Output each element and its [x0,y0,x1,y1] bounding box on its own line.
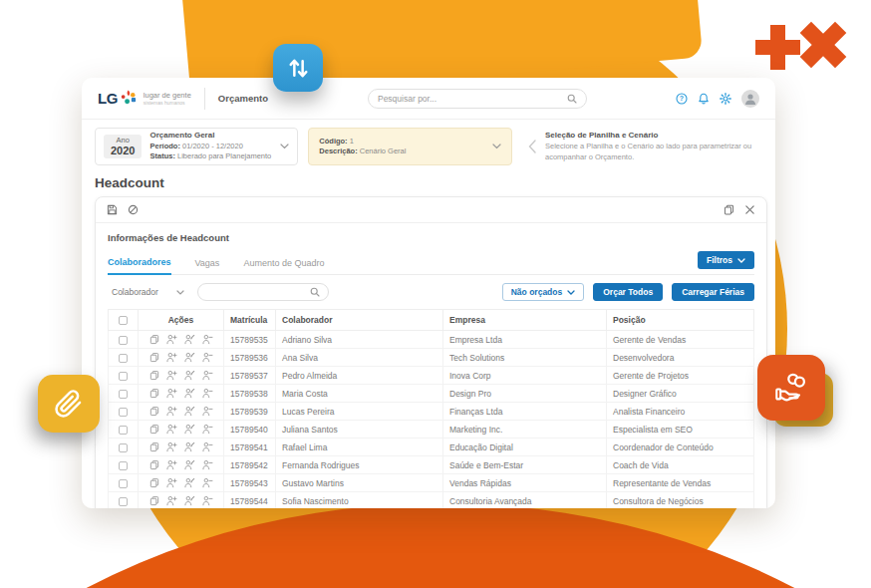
scenario-selector[interactable]: Código: 1 Descrição: Cenário Geral [308,128,512,165]
remove-person-icon[interactable] [202,388,213,399]
add-person-icon[interactable] [166,477,177,488]
remove-person-icon[interactable] [202,424,213,435]
add-person-icon[interactable] [166,352,177,363]
table-row: 15789541 Rafael Lima Educação Digital Co… [109,439,754,456]
row-checkbox[interactable] [119,354,128,363]
filters-button[interactable]: Filtros [698,251,754,269]
remove-person-icon[interactable] [202,406,213,417]
edit-person-icon[interactable] [184,477,195,488]
budget-selector[interactable]: Ano 2020 Orçamento Geral Período: 01/202… [95,128,298,165]
edit-person-icon[interactable] [184,459,195,470]
edit-person-icon[interactable] [184,441,195,452]
row-checkbox[interactable] [119,336,128,345]
cell-matricula: 15789540 [224,421,276,439]
row-checkbox[interactable] [119,390,128,399]
user-avatar[interactable] [741,90,759,108]
selection-help-title: Seleção de Planilha e Cenário [545,131,762,140]
block-icon[interactable] [128,204,139,215]
row-checkbox[interactable] [119,443,128,452]
global-search-input[interactable] [378,94,567,104]
col-acoes: Ações [139,310,224,331]
edit-person-icon[interactable] [184,352,195,363]
copy-row-icon[interactable] [149,441,159,452]
header-divider [204,88,205,110]
bell-icon[interactable] [698,93,710,105]
remove-person-icon[interactable] [202,370,213,381]
nao-orcados-button[interactable]: Não orçados [502,283,585,301]
remove-person-icon[interactable] [202,477,213,488]
add-person-icon[interactable] [166,424,177,435]
cell-empresa: Finanças Ltda [443,403,607,421]
tab-vagas[interactable]: Vagas [195,255,220,274]
row-checkbox[interactable] [119,426,128,435]
remove-person-icon[interactable] [202,495,213,506]
filter-row: Colaborador Não orçados [108,283,754,301]
edit-person-icon[interactable] [184,334,195,345]
orcar-todos-button[interactable]: Orçar Todos [593,283,663,301]
table-row: 15789539 Lucas Pereira Finanças Ltda Ana… [109,403,754,421]
chevron-down-icon [176,290,184,295]
app-header: LG lugar de gente sistemas humanos Or [82,78,775,120]
cell-matricula: 15789542 [224,456,276,474]
copy-row-icon[interactable] [149,388,159,399]
edit-person-icon[interactable] [184,424,195,435]
select-all-checkbox[interactable] [119,316,128,325]
cell-colaborador: Ana Silva [276,349,443,367]
table-row: 15789535 Adriano Silva Empresa Ltda Gere… [109,331,754,349]
help-icon[interactable]: ? [676,93,688,105]
copy-row-icon[interactable] [149,424,159,435]
copy-row-icon[interactable] [149,459,159,470]
row-checkbox[interactable] [119,497,128,506]
colaborador-search-input[interactable] [206,287,310,297]
carregar-ferias-button[interactable]: Carregar Férias [672,283,754,301]
app-window: LG lugar de gente sistemas humanos Or [82,78,775,508]
svg-text:?: ? [680,95,684,102]
add-person-icon[interactable] [166,370,177,381]
duplicate-window-icon[interactable] [724,204,734,215]
cell-posicao: Consultora de Negócios [607,492,754,508]
edit-person-icon[interactable] [184,406,195,417]
tab-aumento-de-quadro[interactable]: Aumento de Quadro [243,255,324,274]
copy-row-icon[interactable] [149,495,159,506]
edit-person-icon[interactable] [184,495,195,506]
row-checkbox[interactable] [119,479,128,488]
remove-person-icon[interactable] [202,352,213,363]
row-checkbox[interactable] [119,372,128,381]
edit-person-icon[interactable] [184,370,195,381]
remove-person-icon[interactable] [202,459,213,470]
copy-row-icon[interactable] [149,370,159,381]
edit-person-icon[interactable] [184,388,195,399]
remove-person-icon[interactable] [202,334,213,345]
cell-colaborador: Rafael Lima [276,439,443,456]
global-search[interactable] [368,89,587,109]
cell-colaborador: Adriano Silva [276,331,443,349]
header-actions: ? [676,90,759,108]
cell-empresa: Educação Digital [443,439,607,456]
table-header-row: Ações Matrícula Colaborador Empresa Posi… [109,310,754,331]
gear-icon[interactable] [720,93,731,105]
add-person-icon[interactable] [166,334,177,345]
tab-colaboradores[interactable]: Colaboradores [108,254,171,275]
table-row: 15789543 Gustavo Martins Vendas Rápidas … [109,474,754,492]
add-person-icon[interactable] [166,441,177,452]
cell-posicao: Designer Gráfico [607,385,754,403]
copy-row-icon[interactable] [149,406,159,417]
close-icon[interactable] [744,204,755,215]
add-person-icon[interactable] [166,495,177,506]
row-checkbox[interactable] [119,461,128,470]
deep-orange-arc-decor [0,503,871,588]
copy-row-icon[interactable] [149,477,159,488]
copy-row-icon[interactable] [149,334,159,345]
add-person-icon[interactable] [166,459,177,470]
colaborador-search[interactable] [197,283,329,301]
add-person-icon[interactable] [166,406,177,417]
table-row: 15789542 Fernanda Rodrigues Saúde e Bem-… [109,456,754,474]
remove-person-icon[interactable] [202,441,213,452]
col-empresa: Empresa [443,310,607,331]
filter-field-select[interactable]: Colaborador [108,284,188,300]
cell-colaborador: Gustavo Martins [276,474,443,492]
save-icon[interactable] [107,204,118,215]
add-person-icon[interactable] [166,388,177,399]
row-checkbox[interactable] [119,408,128,417]
copy-row-icon[interactable] [149,352,159,363]
